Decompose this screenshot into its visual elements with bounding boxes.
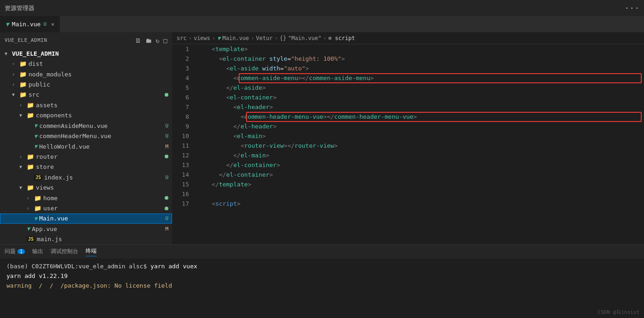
code-line-16 [197,189,644,199]
folder-icon-user: 📁 [34,205,41,212]
code-line-14: </el-container> [197,170,644,179]
index-js-badge: U [165,174,168,180]
breadcrumb: src › views › ▼ Main.vue › Vetur › {} "M… [172,32,644,44]
sidebar-item-app-vue[interactable]: ▼ App.vue M [0,224,172,234]
router-label: router [36,153,165,160]
ln-17: 17 [172,199,189,208]
problems-label: 问题 [5,248,16,255]
panel-tab-output[interactable]: 输出 [32,248,43,256]
new-folder-icon[interactable]: 🖿 [145,37,152,44]
ln-7: 7 [172,102,189,112]
ln-14: 14 [172,170,189,179]
components-label: components [36,112,172,119]
sidebar-item-user[interactable]: › 📁 user [0,203,172,213]
sidebar-item-src[interactable]: ▼ 📁 src [0,90,172,100]
commen-aside-badge: U [165,123,168,129]
ln-11: 11 [172,141,189,150]
expand-arrow-store: ▼ [19,164,27,169]
expand-arrow-dist: › [12,61,19,66]
sidebar: VUE_ELE_ADMIN 🗎 🖿 ↻ □ ▼ VUE_ELE_ADMIN › … [0,32,172,244]
sidebar-header: VUE_ELE_ADMIN 🗎 🖿 ↻ □ [0,32,172,48]
commen-header-menu-label: commenHeaderMenu.vue [39,133,165,139]
code-line-6: <el-container> [197,93,644,102]
breadcrumb-vue-icon: ▼ [217,35,220,41]
code-line-17: <script> [197,199,644,208]
ln-6: 6 [172,93,189,102]
ln-15: 15 [172,179,189,189]
panel-tab-problems[interactable]: 问题 1 [5,248,25,256]
views-label: views [36,184,172,191]
dist-label: dist [29,60,172,67]
sidebar-item-node-modules[interactable]: › 📁 node_modules [0,69,172,79]
sidebar-item-router[interactable]: › 📁 router [0,151,172,162]
sidebar-item-root[interactable]: ▼ VUE_ELE_ADMIN [0,48,172,58]
sidebar-item-helloworld[interactable]: ▼ HelloWorld.vue M [0,141,172,151]
tab-close-button[interactable]: × [51,21,54,28]
terminal-label: 终端 [86,247,97,255]
sidebar-item-components[interactable]: ▼ 📁 components [0,110,172,121]
tab-modified-badge: U [43,21,46,27]
expand-arrow-home: › [27,196,34,201]
sidebar-actions: 🗎 🖿 ↻ □ [135,37,167,44]
line-numbers: 1 2 3 4 5 6 7 8 9 10 11 12 13 14 15 16 1… [172,44,193,244]
expand-arrow-components: ▼ [19,113,27,118]
helloworld-badge: M [165,144,168,150]
sidebar-item-public[interactable]: › 📁 public [0,79,172,89]
sidebar-item-views[interactable]: ▼ 📁 views [0,182,172,192]
new-file-icon[interactable]: 🗎 [135,37,142,44]
code-editor[interactable]: 1 2 3 4 5 6 7 8 9 10 11 12 13 14 15 16 1… [172,44,644,244]
sidebar-item-dist[interactable]: › 📁 dist [0,58,172,69]
sidebar-title: VUE_ELE_ADMIN [5,37,47,43]
watermark: CSDN @马insist [598,309,639,316]
sidebar-item-index-js[interactable]: JS index.js U [0,172,172,182]
folder-icon-router: 📁 [27,153,34,160]
expand-arrow-node-modules: › [12,72,19,77]
terminal-content: (base) C02ZT6HWLVDL:vue_ele_admin alsc$ … [0,259,644,318]
sidebar-item-store[interactable]: ▼ 📁 store [0,162,172,172]
sidebar-item-main-js[interactable]: JS main.js [0,234,172,244]
sidebar-item-home[interactable]: › 📁 home [0,193,172,203]
assets-label: assets [36,102,172,109]
node-modules-label: node_modules [29,71,172,78]
tab-main-vue[interactable]: ▼ Main.vue U × [0,16,60,32]
js-icon-main: JS [27,236,35,242]
title-bar-menu[interactable]: ··· [624,3,639,13]
vue-icon-helloworld: ▼ [34,143,37,150]
expand-arrow-views: ▼ [19,185,27,190]
ln-1: 1 [172,44,189,54]
user-dot [165,207,168,210]
code-line-8: <commen-header-menu-vue></commen-header-… [197,112,644,121]
code-line-10: <el-main> [197,131,644,141]
code-content: <template> <el-container style="height: … [193,44,644,244]
code-line-11: <router-view></router-view> [197,141,644,150]
code-line-9: </el-header> [197,121,644,131]
tab-bar: ▼ Main.vue U × [0,16,644,32]
expand-arrow-root: ▼ [5,51,12,56]
sidebar-item-main-vue[interactable]: ▼ Main.vue U [0,214,172,224]
refresh-icon[interactable]: ↻ [155,37,160,44]
main-vue-label: Main.vue [39,215,165,222]
sidebar-item-commen-aside-menu[interactable]: ▼ commenAsideMenu.vue U [0,121,172,131]
folder-icon-components: 📁 [27,112,34,119]
breadcrumb-main-str: "Main.vue" [288,35,321,41]
code-line-5: </el-aside> [197,83,644,93]
collapse-icon[interactable]: □ [163,37,167,44]
tab-vue-icon: ▼ [6,21,9,28]
router-dot [165,155,168,158]
sidebar-item-assets[interactable]: › 📁 assets [0,100,172,110]
panel-tab-debug[interactable]: 调试控制台 [51,248,78,256]
ln-16: 16 [172,189,189,199]
panel-tab-terminal[interactable]: 终端 [86,247,97,256]
expand-arrow-src: ▼ [12,92,19,97]
panel-tabs: 问题 1 输出 调试控制台 终端 [0,245,644,259]
code-line-1: <template> [197,44,644,54]
sidebar-item-commen-header-menu[interactable]: ▼ commenHeaderMenu.vue U [0,131,172,141]
main-vue-badge: U [165,215,168,221]
code-line-4: <commen-aside-menu></commen-aside-menu> [197,73,644,83]
breadcrumb-main-vue: Main.vue [223,35,249,41]
ln-10: 10 [172,131,189,141]
app-vue-badge: M [165,226,168,232]
title-bar: 资源管理器 ··· [0,0,644,16]
breadcrumb-vetur: Vetur [256,35,273,41]
public-label: public [29,81,172,88]
